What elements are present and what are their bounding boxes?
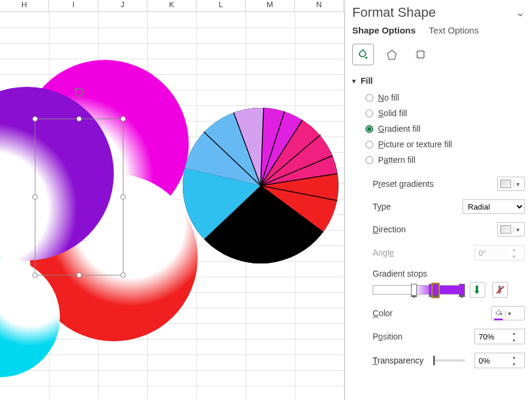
preset-gradients-label: Preset gradients <box>373 179 434 189</box>
svg-marker-20 <box>474 291 479 294</box>
gradient-stop[interactable] <box>433 284 439 297</box>
col-header[interactable]: M <box>246 0 295 11</box>
format-shape-pane: Format Shape ⌄ Shape Options Text Option… <box>344 0 532 400</box>
svg-marker-17 <box>388 50 397 60</box>
fill-option-picture[interactable]: Picture or texture fill <box>365 140 525 149</box>
spin-up-icon[interactable]: ▴ <box>509 329 519 337</box>
collapse-pane-icon[interactable]: ⌄ <box>516 6 525 19</box>
tab-text-options[interactable]: Text Options <box>429 25 479 35</box>
caret-down-icon: ▾ <box>513 226 519 233</box>
direction-picker[interactable]: ▾ <box>497 222 525 237</box>
radio-icon <box>365 156 373 164</box>
spin-down-icon[interactable]: ▾ <box>509 360 519 368</box>
position-input[interactable]: ▴▾ <box>474 329 525 344</box>
svg-point-16 <box>365 57 368 59</box>
gradient-stops-track[interactable] <box>373 285 463 295</box>
transparency-slider[interactable] <box>433 359 465 362</box>
fill-option-none[interactable]: NNo fillo fill <box>365 93 525 102</box>
gradient-swatch-icon <box>500 180 511 188</box>
col-header[interactable]: K <box>147 0 197 11</box>
caret-down-icon: ▾ <box>505 310 511 317</box>
spreadsheet-canvas[interactable]: H I J K L M N <box>0 0 344 400</box>
caret-down-icon: ▾ <box>513 181 519 187</box>
size-properties-icon[interactable] <box>410 44 431 65</box>
fill-option-gradient[interactable]: Gradient fill <box>365 124 525 134</box>
direction-swatch-icon <box>500 225 511 234</box>
transparency-label: Transparency <box>373 356 424 365</box>
fill-section-header[interactable]: ▾ Fill <box>352 76 525 86</box>
col-header[interactable]: N <box>295 0 344 11</box>
tab-shape-options[interactable]: Shape Options <box>352 25 416 35</box>
stop-color-picker[interactable]: ▾ <box>491 306 525 320</box>
direction-label: Direction <box>373 225 406 234</box>
gradient-stops-label: Gradient stops <box>373 269 427 278</box>
gradient-stop[interactable] <box>411 284 417 297</box>
transparency-input[interactable]: ▴▾ <box>474 353 525 368</box>
radio-icon <box>365 141 373 149</box>
col-header[interactable]: H <box>0 0 49 11</box>
radio-icon <box>365 94 373 102</box>
svg-rect-19 <box>476 286 478 291</box>
angle-input: ▴▾ <box>474 245 525 260</box>
remove-gradient-stop-button[interactable] <box>492 282 508 298</box>
spin-up-icon[interactable]: ▴ <box>509 353 519 360</box>
fill-and-line-icon[interactable] <box>352 44 374 65</box>
svg-rect-18 <box>418 51 424 58</box>
col-header[interactable]: L <box>197 0 246 11</box>
fill-option-pattern[interactable]: Pattern fill <box>365 155 525 165</box>
svg-point-24 <box>500 313 502 315</box>
shapes-layer[interactable] <box>0 0 344 400</box>
add-gradient-stop-button[interactable] <box>470 282 485 298</box>
position-label: Position <box>373 332 403 341</box>
effects-icon[interactable] <box>381 44 403 65</box>
preset-gradients-picker[interactable]: ▾ <box>497 177 525 191</box>
spin-down-icon[interactable]: ▾ <box>509 337 519 344</box>
fill-option-solid[interactable]: Solid fill <box>365 108 525 118</box>
column-headers: H I J K L M N <box>0 0 344 12</box>
col-header[interactable]: J <box>98 0 147 11</box>
radio-icon <box>365 125 373 133</box>
type-label: Type <box>373 202 391 211</box>
radio-icon <box>365 110 373 117</box>
color-label: Color <box>373 308 392 318</box>
fill-section-label: Fill <box>361 76 373 86</box>
pane-title: Format Shape <box>352 5 436 20</box>
gradient-stop[interactable] <box>459 284 465 297</box>
col-header[interactable]: I <box>49 0 98 11</box>
chevron-down-icon: ▾ <box>352 77 356 85</box>
paint-bucket-icon <box>494 308 503 319</box>
angle-label: Angle <box>373 248 394 257</box>
gradient-type-select[interactable]: LinearRadialRectangularPath <box>463 199 525 214</box>
